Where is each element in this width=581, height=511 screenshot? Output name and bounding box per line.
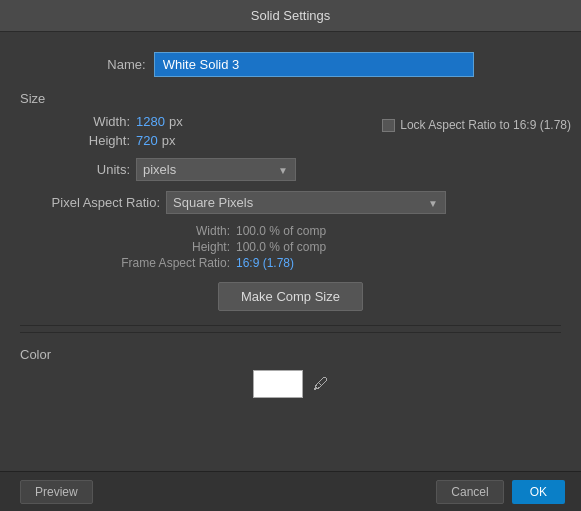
color-section: Color 🖊 xyxy=(20,332,561,398)
par-select-wrapper: Square Pixels D1/DV NTSC (0.91) D1/DV PA… xyxy=(166,191,446,214)
info-width-value: 100.0 % of comp xyxy=(236,224,326,238)
preview-button[interactable]: Preview xyxy=(20,480,93,504)
dialog-title: Solid Settings xyxy=(251,8,331,23)
par-row: Pixel Aspect Ratio: Square Pixels D1/DV … xyxy=(20,191,561,214)
info-far-row: Frame Aspect Ratio: 16:9 (1.78) xyxy=(100,256,561,270)
info-far-value: 16:9 (1.78) xyxy=(236,256,294,270)
height-value[interactable]: 720 xyxy=(136,133,158,148)
lock-aspect-checkbox[interactable] xyxy=(382,119,395,132)
ok-button[interactable]: OK xyxy=(512,480,565,504)
color-swatch[interactable] xyxy=(253,370,303,398)
info-width-label: Width: xyxy=(100,224,230,238)
units-row: Units: pixels inches cm mm points picas … xyxy=(80,158,561,181)
units-select[interactable]: pixels inches cm mm points picas xyxy=(136,158,296,181)
size-section: Size Width: 1280 px Height: 720 px Lock … xyxy=(20,91,561,311)
lock-aspect-label: Lock Aspect Ratio to 16:9 (1.78) xyxy=(400,118,571,132)
units-select-wrapper: pixels inches cm mm points picas ▼ xyxy=(136,158,296,181)
dialog-body: Name: Size Width: 1280 px Height: 720 px xyxy=(0,32,581,408)
bottom-bar: Preview Cancel OK xyxy=(0,471,581,511)
info-width-row: Width: 100.0 % of comp xyxy=(100,224,561,238)
size-section-label: Size xyxy=(20,91,561,106)
info-height-label: Height: xyxy=(100,240,230,254)
info-height-row: Height: 100.0 % of comp xyxy=(100,240,561,254)
height-unit: px xyxy=(162,133,176,148)
par-label: Pixel Aspect Ratio: xyxy=(30,195,160,210)
info-section: Width: 100.0 % of comp Height: 100.0 % o… xyxy=(100,224,561,270)
section-divider xyxy=(20,325,561,326)
cancel-button[interactable]: Cancel xyxy=(436,480,503,504)
title-bar: Solid Settings xyxy=(0,0,581,32)
eyedropper-icon[interactable]: 🖊 xyxy=(313,375,329,393)
par-select[interactable]: Square Pixels D1/DV NTSC (0.91) D1/DV PA… xyxy=(166,191,446,214)
width-value[interactable]: 1280 xyxy=(136,114,165,129)
width-label: Width: xyxy=(80,114,130,129)
height-row: Height: 720 px xyxy=(80,133,561,148)
height-label: Height: xyxy=(80,133,130,148)
name-input[interactable] xyxy=(154,52,474,77)
color-row: 🖊 xyxy=(20,370,561,398)
info-far-label: Frame Aspect Ratio: xyxy=(100,256,230,270)
make-comp-size-button[interactable]: Make Comp Size xyxy=(218,282,363,311)
lock-aspect-row: Lock Aspect Ratio to 16:9 (1.78) xyxy=(382,118,571,132)
color-section-label: Color xyxy=(20,347,561,362)
width-unit: px xyxy=(169,114,183,129)
name-row: Name: xyxy=(20,52,561,77)
name-label: Name: xyxy=(107,57,145,72)
info-height-value: 100.0 % of comp xyxy=(236,240,326,254)
units-label: Units: xyxy=(80,162,130,177)
